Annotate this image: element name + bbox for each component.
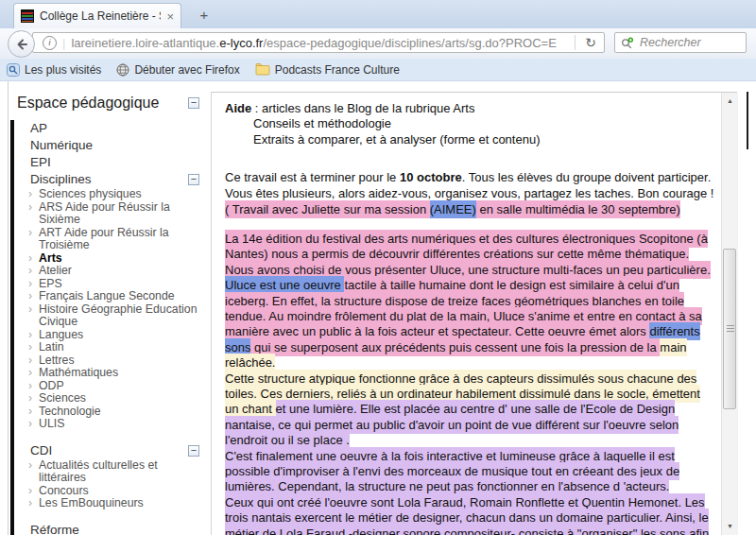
sidebar-item-les-embouquineurs[interactable]: ›Les EmBouquineurs bbox=[28, 497, 211, 510]
sidebar-menu: Espace pédagogique − APNumériqueEPIDisci… bbox=[9, 81, 211, 535]
sidebar-item-label: Numérique bbox=[30, 137, 93, 154]
content-paragraph: Extraits à comparer, et à analyser (form… bbox=[225, 132, 714, 147]
sidebar-item-label: CDI bbox=[30, 442, 52, 459]
scroll-up-button[interactable]: ▲ bbox=[722, 94, 738, 109]
sidebar-sublist: ›Actualités culturelles et littéraires›C… bbox=[9, 459, 211, 510]
sidebar-item-lettres[interactable]: ›Lettres bbox=[28, 354, 211, 368]
paragraph-spacer bbox=[225, 147, 714, 170]
sidebar-item-disciplines[interactable]: Disciplines− bbox=[9, 171, 211, 188]
scrollbar-grip-icon bbox=[727, 325, 734, 333]
url-prefix: lareinetiere.loire-atlantique. bbox=[71, 36, 219, 50]
collapse-button[interactable]: − bbox=[188, 174, 199, 185]
sidebar-item-label: Concours bbox=[39, 485, 201, 498]
chevron-right-icon: › bbox=[28, 354, 39, 368]
sidebar-item-actualites-culturelles-et-litteraires[interactable]: ›Actualités culturelles et littéraires bbox=[28, 459, 211, 485]
sidebar-item-ars-aide-pour-reussir-la-sixieme[interactable]: ›ARS Aide pour Réussir la Sixième bbox=[28, 201, 211, 227]
reload-separator bbox=[575, 35, 576, 50]
text-segment: Aide bbox=[225, 101, 251, 115]
chevron-right-icon: › bbox=[28, 290, 39, 303]
search-input[interactable] bbox=[638, 35, 740, 50]
sidebar-item-label: Histoire Géographie Education Civique bbox=[39, 303, 201, 329]
collapse-button[interactable]: − bbox=[188, 445, 199, 457]
sidebar-item-reforme[interactable]: Réforme bbox=[9, 522, 211, 535]
sidebar-item-label: Actualités culturelles et littéraires bbox=[39, 459, 201, 485]
content-paragraph: Aide : articles dans le Blog de la rubri… bbox=[225, 101, 714, 116]
sidebar-item-histoire-geographie-education-civique[interactable]: ›Histoire Géographie Education Civique bbox=[28, 303, 211, 329]
chevron-right-icon: › bbox=[28, 227, 39, 252]
sidebar-item-atelier[interactable]: ›Atelier bbox=[28, 265, 211, 278]
sidebar-item-label: EPI bbox=[30, 154, 51, 171]
sidebar-item-arts[interactable]: ›Arts bbox=[28, 252, 211, 266]
menu-gap bbox=[9, 510, 211, 522]
main-panel: Aide : articles dans le Blog de la rubri… bbox=[211, 92, 737, 535]
highlighted-text-pink: ( Travail avec Juliette sur ma session bbox=[225, 200, 430, 218]
highlighted-text-purple: Ceux qui ont créé l'oeuvre sont Lola Far… bbox=[225, 493, 709, 535]
globe-icon bbox=[116, 63, 129, 77]
url-path: /espace-pedagogique/disciplines/arts/sg.… bbox=[263, 36, 556, 50]
page-info-icon[interactable]: i bbox=[43, 36, 57, 50]
content-paragraph: Conseils et méthodologie bbox=[225, 116, 714, 131]
sidebar-item-epi[interactable]: EPI bbox=[9, 154, 211, 171]
sidebar-item-concours[interactable]: ›Concours bbox=[28, 485, 211, 498]
url-separator: | bbox=[62, 36, 65, 50]
collapse-button[interactable]: − bbox=[188, 97, 199, 109]
content-scrollbar[interactable]: ▲ ▼ bbox=[721, 93, 738, 535]
reload-button[interactable]: ↻ bbox=[581, 35, 600, 50]
url-domain: e-lyco.fr bbox=[219, 36, 263, 50]
content-paragraph: La 14e édition du festival des arts numé… bbox=[225, 231, 714, 371]
bookmark-les-plus-visites[interactable]: Les plus visités bbox=[7, 63, 101, 77]
sidebar-item-art-aide-pour-reussir-la-troisieme[interactable]: ›ART Aide pour Réussir la Troisième bbox=[28, 227, 211, 252]
content-paragraph: Ce travail est à terminer pour le 10 oct… bbox=[225, 170, 714, 201]
sidebar-item-sciences-physiques[interactable]: ›Sciences physiques bbox=[28, 188, 211, 201]
chevron-right-icon: › bbox=[28, 459, 39, 485]
sidebar-item-mathematiques[interactable]: ›Mathématiques bbox=[28, 367, 211, 380]
chevron-right-icon: › bbox=[28, 485, 39, 498]
sidebar-item-label: Réforme bbox=[30, 522, 79, 535]
sidebar-item-label: ART Aide pour Réussir la Troisième bbox=[39, 227, 201, 252]
chevron-right-icon: › bbox=[28, 188, 39, 201]
new-tab-button[interactable]: + bbox=[193, 5, 215, 25]
sidebar-item-label: ODP bbox=[39, 380, 201, 393]
sidebar-item-odp[interactable]: ›ODP bbox=[28, 380, 211, 393]
sidebar-item-eps[interactable]: ›EPS bbox=[28, 278, 211, 291]
scrollbar-thumb[interactable] bbox=[723, 249, 736, 409]
chevron-right-icon: › bbox=[28, 201, 39, 227]
bookmark-podcasts-france-culture[interactable]: Podcasts France Culture bbox=[255, 63, 400, 77]
scroll-down-button[interactable]: ▼ bbox=[722, 519, 738, 534]
bookmark-debuter-avec-firefox[interactable]: Débuter avec Firefox bbox=[116, 63, 239, 77]
bookmarks-bar: Les plus visités Débuter avec Firefox Po… bbox=[0, 59, 756, 81]
browser-tab[interactable]: Collège La Reinetière - Sain... × bbox=[13, 3, 181, 28]
sidebar-items: APNumériqueEPIDisciplines−›Sciences phys… bbox=[9, 120, 211, 535]
search-box[interactable] bbox=[614, 32, 747, 53]
sidebar-item-label: Arts bbox=[39, 252, 201, 266]
url-bar[interactable]: i | lareinetiere.loire-atlantique.e-lyco… bbox=[32, 32, 605, 53]
sidebar-item-label: Sciences physiques bbox=[39, 188, 201, 201]
sidebar-item-label: Atelier bbox=[39, 265, 201, 278]
sidebar-item-francais-langue-seconde[interactable]: ›Français Langue Seconde bbox=[28, 290, 211, 303]
chevron-right-icon: › bbox=[28, 367, 39, 380]
sidebar-item-label: Langues bbox=[39, 329, 201, 342]
sidebar-item-label: ULIS bbox=[39, 418, 201, 431]
highlighted-text-pink: La 14e édition du festival des arts numé… bbox=[225, 230, 711, 279]
chevron-right-icon: › bbox=[28, 497, 39, 510]
text-segment: Extraits à comparer, et à analyser (form… bbox=[253, 132, 540, 147]
sidebar-item-latin[interactable]: ›Latin bbox=[28, 341, 211, 354]
sidebar-item-numerique[interactable]: Numérique bbox=[9, 137, 211, 154]
sidebar-item-cdi[interactable]: CDI− bbox=[9, 442, 211, 459]
tab-close-icon[interactable]: × bbox=[166, 9, 174, 24]
sidebar-item-ap[interactable]: AP bbox=[9, 120, 211, 137]
page-border-fragment bbox=[747, 92, 748, 149]
text-segment: Ce travail est à terminer pour le bbox=[225, 170, 400, 184]
sidebar-item-label: AP bbox=[30, 120, 47, 137]
sidebar-item-sciences[interactable]: ›Sciences bbox=[28, 392, 211, 406]
sidebar-item-ulis[interactable]: ›ULIS bbox=[28, 418, 211, 431]
sidebar-item-label: Technologie bbox=[39, 406, 201, 419]
sidebar-item-langues[interactable]: ›Langues bbox=[28, 329, 211, 342]
bookmark-label: Débuter avec Firefox bbox=[134, 63, 239, 77]
chevron-right-icon: › bbox=[28, 392, 39, 406]
chevron-right-icon: › bbox=[28, 329, 39, 342]
back-button[interactable] bbox=[8, 30, 35, 58]
sidebar-item-technologie[interactable]: ›Technologie bbox=[28, 406, 211, 419]
sidebar-item-label: Latin bbox=[39, 341, 201, 354]
sidebar-item-label: Mathématiques bbox=[39, 367, 201, 380]
